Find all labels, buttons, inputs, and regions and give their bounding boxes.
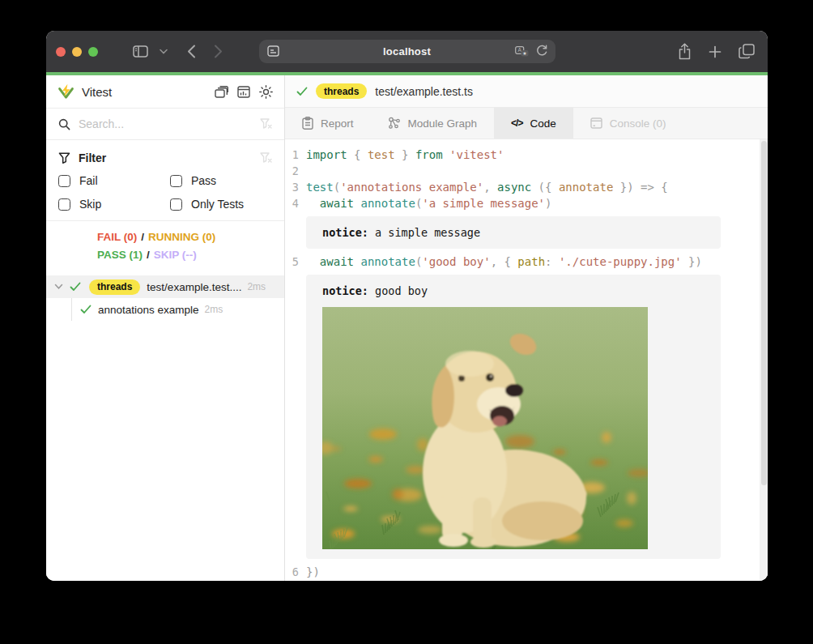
- running-count: RUNNING (0): [148, 231, 215, 243]
- tree-guide-line: [71, 298, 72, 321]
- code-line: 3test('annotations example', async ({ an…: [285, 179, 768, 195]
- line-number: 1: [285, 147, 306, 163]
- sidebar: Vitest: [46, 75, 285, 581]
- checkbox-label: Pass: [191, 174, 216, 187]
- code-text: }): [306, 564, 320, 580]
- code-line: 1import { test } from 'vitest': [285, 147, 768, 163]
- search-icon: [58, 118, 70, 130]
- page-settings-icon[interactable]: [267, 45, 279, 57]
- file-header: threads test/example.test.ts: [285, 75, 768, 108]
- test-tree: threads test/example.test.... 2ms annota…: [46, 275, 284, 321]
- duration: 2ms: [205, 304, 223, 315]
- pool-badge: threads: [89, 279, 140, 295]
- tab-console: Console (0): [573, 108, 683, 139]
- fail-count: FAIL (0): [97, 231, 137, 243]
- traffic-lights: [56, 47, 98, 57]
- pass-count: PASS (1): [97, 249, 143, 261]
- tab-label: Module Graph: [408, 117, 478, 130]
- code-line: 5 await annotate('good boy', { path: './…: [285, 254, 768, 270]
- filter-checkbox-fail[interactable]: Fail: [58, 174, 170, 187]
- address-bar[interactable]: localhost A ★: [259, 40, 555, 63]
- theme-toggle-sun-icon[interactable]: [259, 85, 273, 99]
- notice-message: a simple message: [375, 226, 480, 239]
- tab-label: Console (0): [610, 117, 666, 130]
- vertical-scrollbar[interactable]: [760, 139, 768, 581]
- summary-separator: /: [141, 231, 144, 243]
- tab-label: Report: [321, 117, 354, 130]
- code-viewer[interactable]: 1import { test } from 'vitest'23test('an…: [285, 139, 768, 581]
- clear-search-filter-icon[interactable]: [260, 118, 272, 130]
- dashboard-icon[interactable]: [237, 86, 250, 98]
- new-tab-icon[interactable]: [709, 45, 721, 58]
- code-text: import { test } from 'vitest': [306, 147, 504, 163]
- chevron-down-icon[interactable]: [54, 284, 63, 290]
- filter-section: Filter Fail Pass Skip Only Tests: [46, 140, 284, 221]
- filter-checkbox-only-tests[interactable]: Only Tests: [170, 198, 272, 211]
- back-button[interactable]: [187, 45, 196, 58]
- code-line: 7: [285, 580, 768, 581]
- code-line: 4 await annotate('a simple message'): [285, 195, 768, 211]
- file-path: test/example.test.ts: [375, 85, 473, 98]
- tab-overview-icon[interactable]: [739, 44, 755, 59]
- sidebar-toggle-icon[interactable]: [133, 45, 148, 58]
- notice-message: good boy: [375, 284, 428, 297]
- reload-icon[interactable]: [536, 45, 548, 58]
- checkbox-box[interactable]: [170, 175, 182, 187]
- pool-badge: threads: [316, 83, 367, 99]
- close-window-button[interactable]: [56, 47, 66, 57]
- code-line: 6}): [285, 564, 768, 580]
- clear-filter-icon[interactable]: [260, 152, 272, 164]
- puppy-image: [322, 307, 648, 549]
- collapse-windows-icon[interactable]: [215, 86, 228, 98]
- checkbox-label: Fail: [79, 174, 98, 187]
- translate-icon[interactable]: A ★: [515, 46, 529, 57]
- notice-label: notice:: [322, 226, 368, 239]
- annotation-notice: notice: good boy: [306, 275, 721, 559]
- browser-titlebar: localhost A ★: [46, 31, 768, 72]
- minimize-window-button[interactable]: [72, 47, 82, 57]
- zoom-window-button[interactable]: [88, 47, 98, 57]
- tab-report[interactable]: Report: [285, 108, 371, 139]
- notice-label: notice:: [322, 284, 368, 297]
- filter-checkbox-skip[interactable]: Skip: [58, 198, 170, 211]
- filter-checkbox-pass[interactable]: Pass: [170, 174, 272, 187]
- tree-item-test-case[interactable]: annotations example 2ms: [46, 298, 284, 321]
- line-number: 4: [285, 195, 306, 211]
- funnel-icon: [58, 152, 70, 164]
- sidebar-header: Vitest: [46, 75, 284, 109]
- tab-label: Code: [530, 117, 555, 130]
- share-icon[interactable]: [678, 43, 692, 60]
- line-number: 3: [285, 179, 306, 195]
- main-panel: threads test/example.test.ts Report Modu…: [285, 75, 768, 581]
- search-input[interactable]: [79, 117, 252, 130]
- chevron-down-icon[interactable]: [160, 49, 168, 54]
- skip-count: SKIP (--): [154, 249, 197, 261]
- code-text: await annotate('good boy', { path: './cu…: [306, 254, 702, 270]
- checkbox-box[interactable]: [170, 198, 182, 211]
- tab-module-graph[interactable]: Module Graph: [371, 108, 495, 139]
- app-title: Vitest: [82, 85, 112, 99]
- search-row: [46, 109, 284, 140]
- tab-code[interactable]: </> Code: [494, 108, 573, 139]
- tab-bar: Report Module Graph </> Code Console (0): [285, 108, 768, 139]
- line-number: 7: [285, 580, 306, 581]
- pass-check-icon: [80, 305, 92, 314]
- checkbox-box[interactable]: [58, 175, 70, 187]
- test-name: annotations example: [98, 304, 199, 316]
- scrollbar-thumb[interactable]: [761, 141, 767, 485]
- svg-text:★: ★: [522, 50, 526, 55]
- code-text: await annotate('a simple message'): [306, 195, 551, 211]
- url-text: localhost: [383, 45, 431, 58]
- vitest-logo-icon: [57, 83, 74, 100]
- code-text: test('annotations example', async ({ ann…: [306, 179, 668, 195]
- line-number: 6: [285, 564, 306, 580]
- pass-check-icon: [70, 282, 81, 292]
- pass-check-icon: [296, 87, 308, 96]
- test-summary: FAIL (0)/RUNNING (0) PASS (1)/SKIP (--): [46, 221, 284, 269]
- checkbox-box[interactable]: [58, 198, 70, 211]
- file-name: test/example.test....: [147, 281, 241, 293]
- code-lines-group: 5 await annotate('good boy', { path: './…: [285, 254, 768, 270]
- tree-item-test-file[interactable]: threads test/example.test.... 2ms: [46, 275, 284, 298]
- forward-button[interactable]: [214, 45, 223, 58]
- line-number: 2: [285, 163, 306, 179]
